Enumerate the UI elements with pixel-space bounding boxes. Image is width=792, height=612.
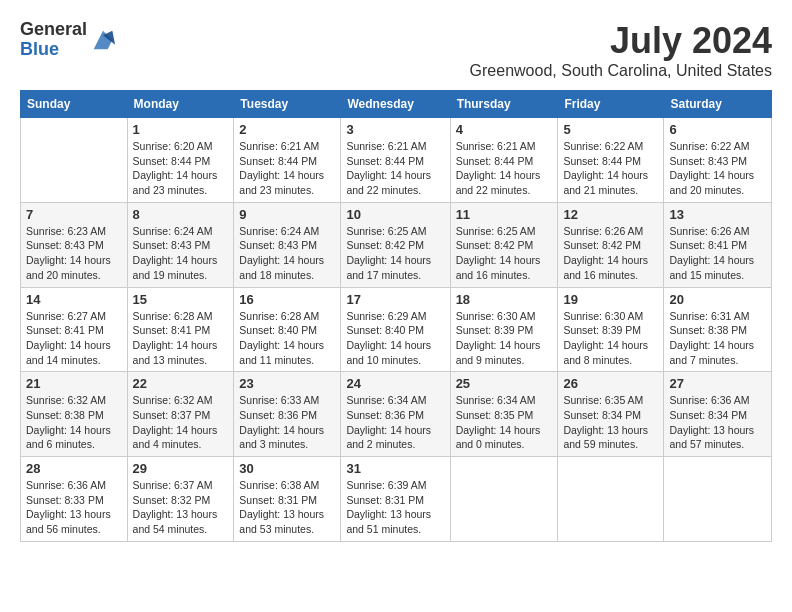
calendar-cell (21, 118, 128, 203)
day-info: Sunrise: 6:33 AM Sunset: 8:36 PM Dayligh… (239, 393, 335, 452)
day-info: Sunrise: 6:28 AM Sunset: 8:41 PM Dayligh… (133, 309, 229, 368)
day-number: 13 (669, 207, 766, 222)
day-number: 5 (563, 122, 658, 137)
calendar-cell: 29Sunrise: 6:37 AM Sunset: 8:32 PM Dayli… (127, 457, 234, 542)
logo-general: General (20, 20, 87, 40)
day-info: Sunrise: 6:39 AM Sunset: 8:31 PM Dayligh… (346, 478, 444, 537)
calendar-cell: 30Sunrise: 6:38 AM Sunset: 8:31 PM Dayli… (234, 457, 341, 542)
calendar-cell: 13Sunrise: 6:26 AM Sunset: 8:41 PM Dayli… (664, 202, 772, 287)
day-info: Sunrise: 6:21 AM Sunset: 8:44 PM Dayligh… (346, 139, 444, 198)
calendar-cell: 16Sunrise: 6:28 AM Sunset: 8:40 PM Dayli… (234, 287, 341, 372)
day-number: 8 (133, 207, 229, 222)
calendar-cell: 5Sunrise: 6:22 AM Sunset: 8:44 PM Daylig… (558, 118, 664, 203)
page-header: General Blue July 2024 Greenwood, South … (20, 20, 772, 80)
day-header-tuesday: Tuesday (234, 91, 341, 118)
day-info: Sunrise: 6:25 AM Sunset: 8:42 PM Dayligh… (456, 224, 553, 283)
calendar-cell: 3Sunrise: 6:21 AM Sunset: 8:44 PM Daylig… (341, 118, 450, 203)
calendar-cell: 21Sunrise: 6:32 AM Sunset: 8:38 PM Dayli… (21, 372, 128, 457)
day-info: Sunrise: 6:21 AM Sunset: 8:44 PM Dayligh… (239, 139, 335, 198)
day-info: Sunrise: 6:22 AM Sunset: 8:44 PM Dayligh… (563, 139, 658, 198)
calendar-cell: 24Sunrise: 6:34 AM Sunset: 8:36 PM Dayli… (341, 372, 450, 457)
day-info: Sunrise: 6:32 AM Sunset: 8:38 PM Dayligh… (26, 393, 122, 452)
day-info: Sunrise: 6:21 AM Sunset: 8:44 PM Dayligh… (456, 139, 553, 198)
day-info: Sunrise: 6:24 AM Sunset: 8:43 PM Dayligh… (239, 224, 335, 283)
day-number: 12 (563, 207, 658, 222)
day-number: 27 (669, 376, 766, 391)
day-number: 31 (346, 461, 444, 476)
calendar-cell: 27Sunrise: 6:36 AM Sunset: 8:34 PM Dayli… (664, 372, 772, 457)
day-info: Sunrise: 6:36 AM Sunset: 8:33 PM Dayligh… (26, 478, 122, 537)
day-number: 4 (456, 122, 553, 137)
day-header-thursday: Thursday (450, 91, 558, 118)
day-number: 19 (563, 292, 658, 307)
day-info: Sunrise: 6:38 AM Sunset: 8:31 PM Dayligh… (239, 478, 335, 537)
day-info: Sunrise: 6:36 AM Sunset: 8:34 PM Dayligh… (669, 393, 766, 452)
day-header-friday: Friday (558, 91, 664, 118)
week-row-3: 14Sunrise: 6:27 AM Sunset: 8:41 PM Dayli… (21, 287, 772, 372)
calendar-cell: 2Sunrise: 6:21 AM Sunset: 8:44 PM Daylig… (234, 118, 341, 203)
header-row: SundayMondayTuesdayWednesdayThursdayFrid… (21, 91, 772, 118)
calendar-cell: 31Sunrise: 6:39 AM Sunset: 8:31 PM Dayli… (341, 457, 450, 542)
calendar-cell: 6Sunrise: 6:22 AM Sunset: 8:43 PM Daylig… (664, 118, 772, 203)
title-section: July 2024 Greenwood, South Carolina, Uni… (470, 20, 772, 80)
day-number: 26 (563, 376, 658, 391)
day-number: 23 (239, 376, 335, 391)
day-number: 28 (26, 461, 122, 476)
day-info: Sunrise: 6:31 AM Sunset: 8:38 PM Dayligh… (669, 309, 766, 368)
calendar-cell (450, 457, 558, 542)
day-number: 6 (669, 122, 766, 137)
day-number: 29 (133, 461, 229, 476)
day-number: 21 (26, 376, 122, 391)
day-info: Sunrise: 6:30 AM Sunset: 8:39 PM Dayligh… (563, 309, 658, 368)
day-info: Sunrise: 6:25 AM Sunset: 8:42 PM Dayligh… (346, 224, 444, 283)
week-row-5: 28Sunrise: 6:36 AM Sunset: 8:33 PM Dayli… (21, 457, 772, 542)
day-header-sunday: Sunday (21, 91, 128, 118)
week-row-1: 1Sunrise: 6:20 AM Sunset: 8:44 PM Daylig… (21, 118, 772, 203)
day-number: 16 (239, 292, 335, 307)
day-info: Sunrise: 6:20 AM Sunset: 8:44 PM Dayligh… (133, 139, 229, 198)
calendar-table: SundayMondayTuesdayWednesdayThursdayFrid… (20, 90, 772, 542)
calendar-cell: 4Sunrise: 6:21 AM Sunset: 8:44 PM Daylig… (450, 118, 558, 203)
calendar-cell: 22Sunrise: 6:32 AM Sunset: 8:37 PM Dayli… (127, 372, 234, 457)
day-info: Sunrise: 6:37 AM Sunset: 8:32 PM Dayligh… (133, 478, 229, 537)
week-row-2: 7Sunrise: 6:23 AM Sunset: 8:43 PM Daylig… (21, 202, 772, 287)
day-info: Sunrise: 6:29 AM Sunset: 8:40 PM Dayligh… (346, 309, 444, 368)
day-info: Sunrise: 6:26 AM Sunset: 8:42 PM Dayligh… (563, 224, 658, 283)
calendar-cell: 25Sunrise: 6:34 AM Sunset: 8:35 PM Dayli… (450, 372, 558, 457)
day-info: Sunrise: 6:30 AM Sunset: 8:39 PM Dayligh… (456, 309, 553, 368)
location: Greenwood, South Carolina, United States (470, 62, 772, 80)
calendar-cell: 20Sunrise: 6:31 AM Sunset: 8:38 PM Dayli… (664, 287, 772, 372)
day-info: Sunrise: 6:28 AM Sunset: 8:40 PM Dayligh… (239, 309, 335, 368)
day-number: 14 (26, 292, 122, 307)
calendar-cell: 7Sunrise: 6:23 AM Sunset: 8:43 PM Daylig… (21, 202, 128, 287)
day-number: 30 (239, 461, 335, 476)
day-info: Sunrise: 6:27 AM Sunset: 8:41 PM Dayligh… (26, 309, 122, 368)
calendar-cell: 17Sunrise: 6:29 AM Sunset: 8:40 PM Dayli… (341, 287, 450, 372)
day-number: 25 (456, 376, 553, 391)
calendar-cell: 18Sunrise: 6:30 AM Sunset: 8:39 PM Dayli… (450, 287, 558, 372)
calendar-cell: 12Sunrise: 6:26 AM Sunset: 8:42 PM Dayli… (558, 202, 664, 287)
day-number: 3 (346, 122, 444, 137)
calendar-cell: 9Sunrise: 6:24 AM Sunset: 8:43 PM Daylig… (234, 202, 341, 287)
calendar-cell: 14Sunrise: 6:27 AM Sunset: 8:41 PM Dayli… (21, 287, 128, 372)
day-number: 18 (456, 292, 553, 307)
day-number: 15 (133, 292, 229, 307)
calendar-cell: 26Sunrise: 6:35 AM Sunset: 8:34 PM Dayli… (558, 372, 664, 457)
day-info: Sunrise: 6:34 AM Sunset: 8:35 PM Dayligh… (456, 393, 553, 452)
day-info: Sunrise: 6:23 AM Sunset: 8:43 PM Dayligh… (26, 224, 122, 283)
calendar-cell: 19Sunrise: 6:30 AM Sunset: 8:39 PM Dayli… (558, 287, 664, 372)
day-info: Sunrise: 6:35 AM Sunset: 8:34 PM Dayligh… (563, 393, 658, 452)
day-number: 7 (26, 207, 122, 222)
day-info: Sunrise: 6:24 AM Sunset: 8:43 PM Dayligh… (133, 224, 229, 283)
day-number: 17 (346, 292, 444, 307)
day-number: 22 (133, 376, 229, 391)
day-header-monday: Monday (127, 91, 234, 118)
day-number: 9 (239, 207, 335, 222)
logo: General Blue (20, 20, 117, 60)
calendar-cell: 15Sunrise: 6:28 AM Sunset: 8:41 PM Dayli… (127, 287, 234, 372)
day-header-wednesday: Wednesday (341, 91, 450, 118)
calendar-cell (664, 457, 772, 542)
day-number: 2 (239, 122, 335, 137)
calendar-cell (558, 457, 664, 542)
week-row-4: 21Sunrise: 6:32 AM Sunset: 8:38 PM Dayli… (21, 372, 772, 457)
